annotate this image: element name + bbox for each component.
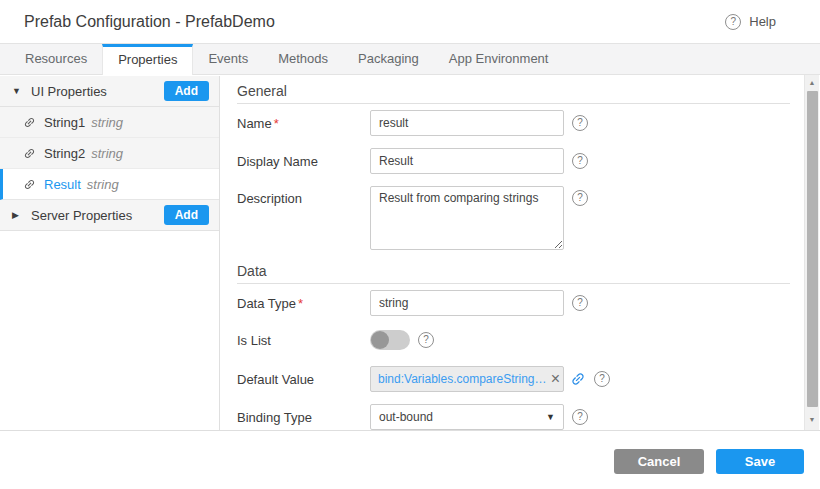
scroll-down-icon[interactable]: ▼ bbox=[805, 412, 819, 427]
is-list-help-icon[interactable]: ? bbox=[418, 332, 434, 348]
server-properties-label: Server Properties bbox=[31, 208, 132, 223]
tab-resources[interactable]: Resources bbox=[10, 44, 102, 74]
description-textarea[interactable]: Result from comparing strings bbox=[370, 186, 564, 250]
is-list-toggle[interactable] bbox=[370, 330, 410, 350]
sidebar-item-string2[interactable]: String2 string bbox=[0, 138, 219, 169]
default-value-binding-field[interactable]: bind:Variables.compareString.dataSet… × bbox=[370, 366, 564, 392]
save-button[interactable]: Save bbox=[716, 449, 804, 474]
bind-link-icon[interactable] bbox=[567, 368, 590, 391]
default-value-row: Default Value bind:Variables.compareStri… bbox=[237, 366, 790, 392]
is-list-row: Is List ? bbox=[237, 330, 790, 350]
is-list-label: Is List bbox=[237, 333, 370, 348]
tab-events[interactable]: Events bbox=[193, 44, 263, 74]
section-divider bbox=[237, 283, 790, 284]
cancel-button[interactable]: Cancel bbox=[614, 449, 704, 474]
tab-bar: Resources Properties Events Methods Pack… bbox=[0, 44, 820, 75]
sidebar-item-result[interactable]: Result string bbox=[0, 169, 219, 200]
link-icon bbox=[20, 144, 38, 162]
server-properties-group-header[interactable]: ▶ Server Properties Add bbox=[0, 200, 219, 231]
required-marker: * bbox=[274, 116, 279, 131]
property-type: string bbox=[87, 177, 119, 192]
vertical-scrollbar[interactable]: ▲ ▼ bbox=[804, 75, 819, 430]
description-row: Description Result from comparing string… bbox=[237, 186, 790, 250]
display-name-input[interactable] bbox=[370, 148, 564, 174]
dialog-footer: Cancel Save bbox=[0, 430, 820, 489]
name-row: Name* ? bbox=[237, 110, 790, 136]
tab-properties[interactable]: Properties bbox=[102, 44, 193, 75]
toggle-knob bbox=[371, 331, 389, 349]
help-button[interactable]: ? Help bbox=[725, 14, 776, 30]
description-help-icon[interactable]: ? bbox=[572, 190, 588, 206]
add-ui-property-button[interactable]: Add bbox=[164, 81, 209, 101]
help-icon: ? bbox=[725, 14, 741, 30]
property-name: String1 bbox=[44, 115, 85, 130]
title-bar: Prefab Configuration - PrefabDemo ? Help bbox=[0, 0, 820, 44]
binding-type-label: Binding Type bbox=[237, 410, 370, 425]
section-title-data: Data bbox=[237, 263, 790, 279]
add-server-property-button[interactable]: Add bbox=[164, 205, 209, 225]
link-icon bbox=[20, 175, 38, 193]
data-type-input[interactable] bbox=[370, 290, 564, 316]
default-value-label: Default Value bbox=[237, 372, 370, 387]
binding-type-row: Binding Type out-bound ▼ ? bbox=[237, 404, 790, 430]
ui-properties-label: UI Properties bbox=[31, 84, 107, 99]
binding-type-value: out-bound bbox=[379, 410, 433, 424]
sidebar-item-string1[interactable]: String1 string bbox=[0, 107, 219, 138]
name-help-icon[interactable]: ? bbox=[572, 115, 588, 131]
link-icon bbox=[20, 113, 38, 131]
section-title-general: General bbox=[237, 83, 790, 99]
display-name-label: Display Name bbox=[237, 154, 370, 169]
caret-right-icon: ▶ bbox=[12, 210, 22, 220]
display-name-help-icon[interactable]: ? bbox=[572, 153, 588, 169]
ui-properties-group-header[interactable]: ▼ UI Properties Add bbox=[0, 76, 219, 107]
binding-expression: bind:Variables.compareString.dataSet… bbox=[378, 372, 549, 386]
caret-down-icon: ▼ bbox=[12, 86, 22, 96]
binding-type-select[interactable]: out-bound ▼ bbox=[370, 404, 564, 430]
tab-app-environment[interactable]: App Environment bbox=[434, 44, 564, 74]
binding-type-help-icon[interactable]: ? bbox=[572, 409, 588, 425]
property-name: Result bbox=[44, 177, 81, 192]
properties-sidebar: ▼ UI Properties Add String1 string Strin… bbox=[0, 76, 220, 431]
property-type: string bbox=[91, 115, 123, 130]
name-input[interactable] bbox=[370, 110, 564, 136]
dialog-title: Prefab Configuration - PrefabDemo bbox=[24, 13, 275, 31]
data-type-label: Data Type* bbox=[237, 296, 370, 311]
data-type-help-icon[interactable]: ? bbox=[572, 295, 588, 311]
section-divider bbox=[237, 103, 790, 104]
description-label: Description bbox=[237, 186, 370, 206]
dropdown-arrow-icon: ▼ bbox=[546, 412, 555, 422]
property-type: string bbox=[91, 146, 123, 161]
tab-methods[interactable]: Methods bbox=[263, 44, 343, 74]
tab-packaging[interactable]: Packaging bbox=[343, 44, 434, 74]
data-type-row: Data Type* ? bbox=[237, 290, 790, 316]
default-value-help-icon[interactable]: ? bbox=[594, 371, 610, 387]
scroll-up-icon[interactable]: ▲ bbox=[805, 75, 819, 90]
property-name: String2 bbox=[44, 146, 85, 161]
display-name-row: Display Name ? bbox=[237, 148, 790, 174]
property-form: General Name* ? Display Name ? Descripti… bbox=[220, 75, 804, 431]
clear-binding-icon[interactable]: × bbox=[551, 371, 560, 387]
name-label: Name* bbox=[237, 116, 370, 131]
help-label: Help bbox=[749, 14, 776, 29]
scrollbar-thumb[interactable] bbox=[807, 91, 818, 407]
required-marker: * bbox=[298, 296, 303, 311]
